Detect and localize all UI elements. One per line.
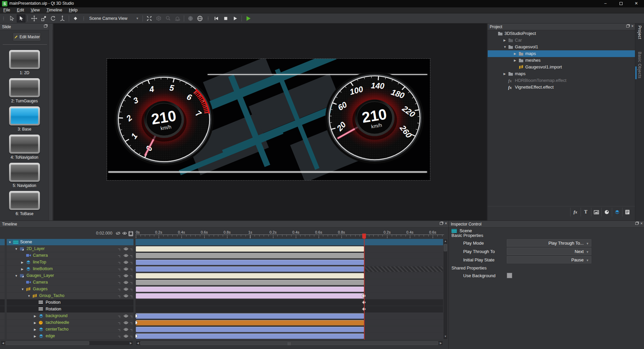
chevron-down-icon[interactable]: ▼ <box>15 274 18 278</box>
chevron-right-icon[interactable]: ▶ <box>21 267 23 271</box>
scroll-down-icon[interactable]: ▼ <box>443 335 447 339</box>
timeline-track-row[interactable] <box>136 286 444 292</box>
toolbar-grip[interactable]: ⋮ <box>1 14 6 22</box>
tree-horizontal-scrollbar[interactable]: ◀ ▶ <box>1 341 133 346</box>
time-bar[interactable] <box>136 334 364 339</box>
visibility-toggle[interactable] <box>123 267 128 272</box>
float-panel-icon[interactable] <box>440 222 443 225</box>
autoset-keyframe-icon[interactable] <box>71 14 80 22</box>
shy-toggle[interactable] <box>118 274 120 279</box>
time-bar[interactable] <box>136 320 364 326</box>
timeline-row-rotation[interactable]: Rotation <box>0 306 448 313</box>
play-button[interactable] <box>231 14 239 22</box>
add-image-button[interactable] <box>591 208 601 216</box>
timeline-row-camera[interactable]: Camera <box>0 252 448 259</box>
timeline-row-group-tacho[interactable]: ▼Group_Tacho <box>0 293 448 299</box>
lock-toggle[interactable] <box>130 254 132 258</box>
shy-toggle[interactable] <box>118 247 120 252</box>
time-bar[interactable] <box>136 253 364 258</box>
shaded-mode-icon[interactable] <box>186 14 195 22</box>
presentation-canvas[interactable]: 01234567210km/h 2060100140180220260210km… <box>107 59 430 180</box>
time-bar[interactable] <box>136 266 364 272</box>
timeline-row-gauges[interactable]: ▼Gauges <box>0 286 448 293</box>
select-item-tool-icon[interactable] <box>17 14 25 22</box>
float-panel-icon[interactable] <box>635 222 638 225</box>
chevron-down-icon[interactable]: ▼ <box>21 288 24 291</box>
scroll-left-icon[interactable]: ◀ <box>1 341 5 345</box>
rewind-button[interactable] <box>212 14 221 22</box>
chevron-down-icon[interactable]: ▼ <box>503 45 506 49</box>
menu-view[interactable]: View <box>28 7 43 13</box>
side-tab-project[interactable]: Project <box>637 26 642 39</box>
timeline-ruler[interactable]: 0s0.2s0.4s0.6s0.8s1s0.2s0.4s0.6s0.8s0.2s… <box>136 230 444 239</box>
slide-thumbnail[interactable] <box>9 50 40 69</box>
fit-selected-icon[interactable] <box>145 14 154 22</box>
close-panel-icon[interactable]: × <box>445 222 447 225</box>
side-tab-basic-objects[interactable]: Basic Objects <box>637 52 642 79</box>
chevron-right-icon[interactable]: ▶ <box>34 321 36 325</box>
lock-toggle[interactable] <box>130 328 132 332</box>
timeline-tree-row[interactable]: ▶lineTop <box>7 259 133 265</box>
timeline-tree-row[interactable]: ▼Gauges <box>7 286 133 292</box>
timeline-track-row[interactable] <box>136 333 444 339</box>
timeline-tree-row[interactable]: ▶background <box>7 313 133 319</box>
zoom-tool-icon[interactable] <box>164 14 172 22</box>
scroll-left-icon[interactable]: ◀ <box>136 341 140 345</box>
lock-toggle[interactable] <box>130 274 132 279</box>
initial-play-state-dropdown[interactable]: Pause▼ <box>507 256 591 263</box>
timeline-tree-row[interactable]: ▼Group_Tacho <box>7 293 133 299</box>
timeline-row-linetop[interactable]: ▶lineTop <box>0 259 448 266</box>
visibility-toggle[interactable] <box>123 260 128 265</box>
timeline-tree-row[interactable]: ▶edge <box>7 333 133 339</box>
add-effect-button[interactable]: fx <box>570 208 580 216</box>
timeline-track-row[interactable] <box>136 299 444 306</box>
timeline-row-linebottom[interactable]: ▶lineBottom <box>0 266 448 272</box>
select-group-tool-icon[interactable] <box>7 14 16 22</box>
chevron-right-icon[interactable]: ▶ <box>514 52 516 55</box>
visibility-toggle-icon[interactable] <box>122 231 127 236</box>
scene-viewport[interactable]: 01234567210km/h 2060100140180220260210km… <box>53 23 487 220</box>
timeline-track-row[interactable] <box>136 293 444 299</box>
playhead-marker[interactable] <box>362 234 366 239</box>
chevron-right-icon[interactable]: ▶ <box>514 59 516 62</box>
project-tree-item-hdrbloomtonemap-effect[interactable]: fxHDRBloomTonemap.effect <box>488 77 635 84</box>
timeline-tree-row[interactable]: ▶centerTacho <box>7 326 133 333</box>
timeline-track-row[interactable] <box>136 259 444 265</box>
use-background-checkbox[interactable] <box>507 273 512 278</box>
shy-toggle[interactable] <box>118 321 120 326</box>
timeline-track-row[interactable] <box>136 266 444 272</box>
time-bar[interactable] <box>136 260 364 265</box>
slide-thumbnail[interactable] <box>9 163 40 182</box>
time-bar[interactable] <box>136 280 364 285</box>
chevron-down-icon[interactable]: ▼ <box>28 294 31 298</box>
timeline-track-row[interactable] <box>136 319 444 326</box>
timeline-track-row[interactable] <box>136 313 444 319</box>
visibility-toggle[interactable] <box>123 328 128 332</box>
add-text-button[interactable]: T <box>581 208 591 216</box>
timeline-row-position[interactable]: Position <box>0 299 448 306</box>
project-tree-item-3dstudioproject[interactable]: 3DStudioProject <box>488 30 635 37</box>
timeline-track-row[interactable] <box>136 246 444 252</box>
project-tree-item-meshes[interactable]: ▶meshes <box>488 57 635 64</box>
shy-toggle[interactable] <box>118 294 120 299</box>
visibility-toggle[interactable] <box>123 287 128 292</box>
project-tree-item-maps[interactable]: ▶maps <box>488 70 635 77</box>
timeline-row-background[interactable]: ▶background <box>0 313 448 319</box>
close-panel-icon[interactable]: × <box>631 24 634 28</box>
menu-edit[interactable]: Edit <box>13 7 28 13</box>
lock-toggle[interactable] <box>130 247 132 252</box>
timeline-tree-row[interactable]: ▼Gauges_Layer <box>7 272 133 279</box>
scroll-right-icon[interactable]: ▶ <box>129 341 133 345</box>
timeline-tree-row[interactable]: ▼Scene <box>7 239 133 245</box>
timeline-track-row[interactable] <box>136 272 444 279</box>
shy-toggle[interactable] <box>118 314 120 319</box>
slide-item[interactable]: 3: Base <box>0 106 49 132</box>
lock-toggle[interactable] <box>130 287 132 292</box>
timeline-track-row[interactable] <box>136 326 444 333</box>
scroll-right-icon[interactable]: ▶ <box>439 341 443 345</box>
time-bar[interactable] <box>136 313 364 319</box>
lock-toggle[interactable] <box>130 321 132 326</box>
timeline-row-edge[interactable]: ▶edge <box>0 333 448 340</box>
preview-button[interactable] <box>244 14 253 22</box>
shy-toggle[interactable] <box>118 254 120 258</box>
